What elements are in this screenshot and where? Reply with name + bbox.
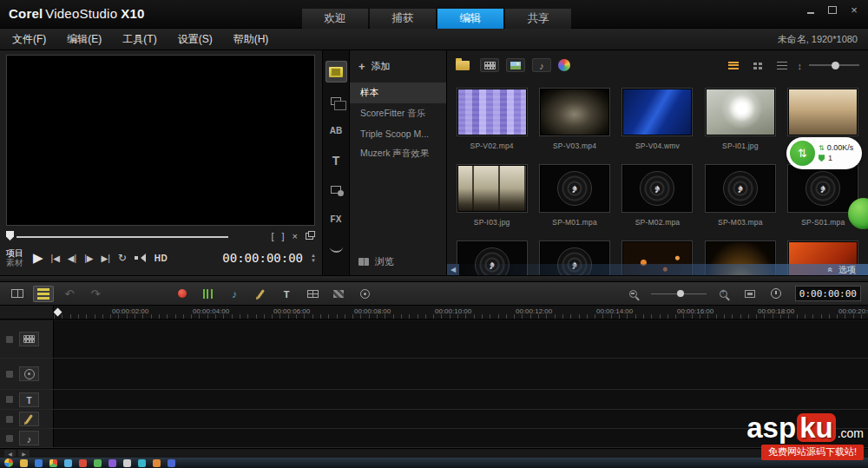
home-button[interactable] (51, 254, 60, 263)
color-wheel-icon[interactable] (558, 59, 570, 71)
tab-capture[interactable]: 捕获 (370, 9, 436, 29)
track-toggle-icon[interactable] (6, 435, 13, 442)
media-item[interactable]: SP-M02.mpa (622, 165, 692, 229)
video-track-lane[interactable] (54, 320, 868, 358)
volume-icon[interactable] (135, 254, 147, 263)
media-item[interactable]: SP-M01.mpa (540, 165, 609, 229)
voice-track[interactable] (0, 410, 868, 429)
scrub-marker[interactable] (6, 231, 14, 241)
nav-transitions[interactable]: AB (326, 120, 347, 142)
menu-tools[interactable]: 工具(T) (122, 32, 156, 47)
view-thumbnails-button[interactable] (725, 59, 742, 72)
taskbar-icon[interactable] (20, 459, 28, 467)
overlay-track-lane[interactable] (54, 359, 868, 389)
options-bar[interactable]: 选项 (447, 264, 868, 275)
taskbar-icon[interactable] (94, 459, 102, 467)
zoom-in-button[interactable] (713, 286, 734, 302)
storyboard-view-button[interactable] (7, 286, 28, 302)
enlarge-preview-icon[interactable] (306, 233, 313, 240)
painting-creator-button[interactable] (250, 286, 271, 302)
nav-titles[interactable]: T (326, 149, 347, 171)
view-grid-button[interactable] (749, 59, 766, 72)
video-track-button[interactable] (19, 332, 39, 346)
timeline-zoom-slider[interactable] (651, 287, 707, 300)
music-track-button[interactable] (19, 431, 39, 445)
tab-edit[interactable]: 编辑 (437, 9, 503, 29)
record-capture-button[interactable] (172, 286, 193, 302)
slider-handle[interactable] (832, 62, 839, 69)
media-item[interactable]: SP-I01.jpg (706, 89, 775, 153)
track-toggle-icon[interactable] (6, 416, 13, 423)
nav-motion-paths[interactable] (326, 238, 347, 260)
media-item[interactable]: SP-I03.jpg (457, 165, 527, 229)
nav-instant-project[interactable] (326, 90, 347, 112)
track-toggle-icon[interactable] (6, 336, 13, 343)
overlay-track-button[interactable] (19, 366, 39, 381)
scroll-right-icon[interactable] (18, 450, 30, 457)
track-transparency-button[interactable] (328, 286, 349, 302)
net-speed-monitor[interactable]: 0.00K/s 1 (786, 137, 862, 169)
media-item[interactable]: SP-S01.mpa (788, 165, 858, 229)
scrub-bar[interactable] (16, 236, 228, 238)
taskbar-icon[interactable] (153, 459, 161, 467)
split-clip-icon[interactable] (293, 231, 298, 241)
browse-button[interactable]: 浏览 (350, 253, 446, 271)
track-toggle-icon[interactable] (6, 371, 13, 378)
category-scorefitter[interactable]: ScoreFitter 音乐 (350, 103, 446, 124)
title-track-button[interactable] (19, 392, 39, 407)
undo-button[interactable] (59, 286, 80, 302)
zoom-out-button[interactable] (623, 286, 644, 302)
multicam-editor-button[interactable] (302, 286, 323, 302)
video-track[interactable] (0, 320, 868, 359)
sound-mixer-button[interactable] (198, 286, 219, 302)
auto-music-button[interactable] (224, 286, 245, 302)
windows-taskbar[interactable] (0, 458, 868, 468)
filter-audio-button[interactable] (532, 58, 551, 72)
sort-icon[interactable] (798, 57, 803, 73)
timecode-stepper-icon[interactable] (311, 253, 316, 263)
taskbar-icon[interactable] (168, 459, 175, 467)
playhead[interactable] (54, 308, 62, 317)
close-button[interactable] (845, 3, 863, 16)
timeline-scrollbar[interactable] (0, 448, 868, 458)
menu-settings[interactable]: 设置(S) (178, 32, 213, 47)
category-muzerk[interactable]: Muzerk 声音效果 (350, 143, 446, 164)
media-item[interactable]: SP-M03.mpa (706, 165, 775, 229)
hd-badge[interactable]: HD (155, 254, 168, 263)
taskbar-icon[interactable] (35, 459, 43, 467)
nav-graphics[interactable] (326, 179, 347, 201)
play-button[interactable] (33, 250, 43, 266)
previous-frame-button[interactable] (68, 254, 76, 263)
taskbar-icon[interactable] (108, 459, 116, 467)
timeline-view-button[interactable] (33, 286, 54, 302)
project-duration-button[interactable] (766, 286, 786, 302)
project-mode-button[interactable]: 项目 (6, 248, 23, 259)
fit-project-button[interactable] (740, 286, 760, 302)
menu-file[interactable]: 文件(F) (12, 32, 46, 47)
timeline-timecode[interactable]: 0:00:00:00 (795, 286, 861, 301)
mark-in-icon[interactable] (271, 231, 273, 241)
title-track[interactable] (0, 390, 868, 410)
media-item[interactable]: SP-V03.mp4 (540, 89, 609, 153)
tab-welcome[interactable]: 欢迎 (302, 9, 368, 29)
media-item[interactable]: SP-V02.mp4 (457, 89, 527, 153)
menu-edit[interactable]: 编辑(E) (67, 32, 102, 47)
thumbnail-size-slider[interactable] (809, 59, 859, 71)
end-button[interactable] (101, 254, 109, 263)
import-folder-icon[interactable] (456, 61, 470, 70)
maximize-button[interactable] (824, 3, 841, 16)
scroll-left-icon[interactable] (4, 450, 16, 457)
minimize-button[interactable] (802, 3, 819, 16)
view-list-button[interactable] (773, 59, 791, 72)
clip-mode-button[interactable]: 素材 (6, 258, 23, 268)
nav-media[interactable] (326, 61, 347, 82)
timeline-ruler[interactable]: 00:00:02:00 00:00:04:00 00:00:06:00 00:0… (0, 306, 868, 320)
next-frame-button[interactable] (84, 254, 93, 263)
track-toggle-icon[interactable] (6, 396, 13, 403)
tab-share[interactable]: 共享 (505, 9, 571, 29)
category-triple-scoop[interactable]: Triple Scoop M... (350, 124, 446, 143)
category-samples[interactable]: 样本 (350, 82, 446, 103)
add-category-button[interactable]: 添加 (350, 57, 446, 76)
subtitle-editor-button[interactable] (276, 286, 297, 302)
taskbar-icon[interactable] (79, 459, 87, 467)
